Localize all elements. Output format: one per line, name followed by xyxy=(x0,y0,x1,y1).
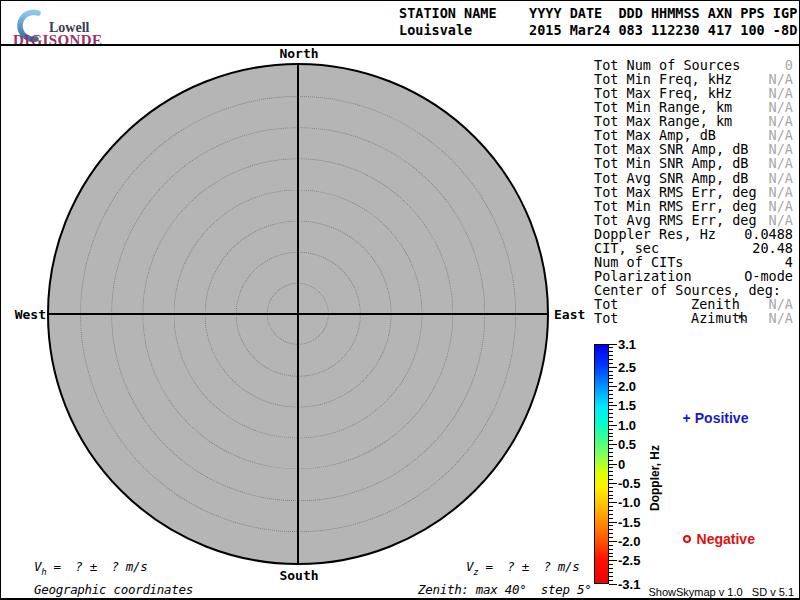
table-row: Tot Max SNR Amp, dBN/A xyxy=(594,142,793,156)
header-column-titles: STATION NAME YYYY DATE DDD HHMMSS AXN PP… xyxy=(399,5,797,21)
label-east: East xyxy=(554,307,585,322)
colorbar-tick xyxy=(609,483,617,484)
table-row: Tot Num of Sources0 xyxy=(594,58,793,72)
stat-label: Tot Num of Sources xyxy=(594,58,740,72)
table-row: Tot Avg SNR Amp, dBN/A xyxy=(594,171,793,185)
colorbar-tick xyxy=(609,417,613,418)
stat-label: Tot Min SNR Amp, dB xyxy=(594,156,748,170)
stat-value: N/A xyxy=(769,213,793,227)
colorbar-tick xyxy=(609,344,617,345)
table-row: Doppler Res, Hz0.0488 xyxy=(594,227,793,241)
table-row: Tot Min Range, kmN/A xyxy=(594,100,793,114)
stat-value: N/A xyxy=(769,114,793,128)
stat-value: N/A xyxy=(769,72,793,86)
colorbar-tick xyxy=(609,553,613,554)
stat-label: Tot Avg SNR Amp, dB xyxy=(594,171,748,185)
colorbar-tick xyxy=(609,584,617,585)
stat-label: Tot Max SNR Amp, dB xyxy=(594,142,748,156)
colorbar-gradient xyxy=(594,344,609,584)
colorbar-tick xyxy=(609,378,613,379)
label-west: West xyxy=(3,307,46,322)
skymap-plot xyxy=(47,63,549,565)
stat-value: N/A xyxy=(769,311,793,325)
stat-value: N/A xyxy=(769,142,793,156)
colorbar-tick xyxy=(609,572,613,573)
colorbar-tick xyxy=(609,436,613,437)
table-row: Tot Min Freq, kHzN/A xyxy=(594,72,793,86)
header-station-values: Louisvale 2015 Mar24 083 112230 417 100 … xyxy=(399,22,797,38)
colorbar-tick xyxy=(609,529,613,530)
colorbar-tick-label: -2.0 xyxy=(618,534,640,549)
stat-label: Tot Max Amp, dB xyxy=(594,128,716,142)
colorbar-tick xyxy=(609,367,617,368)
stat-label: Tot xyxy=(594,311,618,325)
statistics-table: Tot Num of Sources0Tot Min Freq, kHzN/AT… xyxy=(594,58,793,325)
colorbar-tick-label: -1.5 xyxy=(618,515,640,530)
stat-label: Tot Max Range, km xyxy=(594,114,732,128)
table-row: Tot Max RMS Err, degN/A xyxy=(594,185,793,199)
colorbar-tick xyxy=(609,398,613,399)
lowell-digisonde-logo: Lowell DIGISONDE xyxy=(11,5,131,43)
colorbar-tick xyxy=(609,421,613,422)
version-text: ShowSkymap v 1.0 SD v 5.1 xyxy=(648,586,794,598)
colorbar-tick xyxy=(609,382,613,383)
colorbar-tick-label: 2.5 xyxy=(618,360,636,375)
vz-readout: Vz = ? ± ? m/s xyxy=(466,559,580,577)
colorbar-tick-label: 2.0 xyxy=(618,379,636,394)
table-row: CIT, sec20.48 xyxy=(594,241,793,255)
colorbar-tick xyxy=(609,495,613,496)
colorbar-tick xyxy=(609,371,613,372)
table-row: Tot Max Amp, dBN/A xyxy=(594,128,793,142)
stat-label: Tot Max Freq, kHz xyxy=(594,86,732,100)
colorbar-tick-label: -3.1 xyxy=(618,577,640,592)
colorbar-tick xyxy=(609,425,617,426)
legend-negative-label: Negative xyxy=(697,531,755,547)
stat-value: N/A xyxy=(769,128,793,142)
stat-value: N/A xyxy=(769,185,793,199)
stat-label: Tot Avg RMS Err, deg xyxy=(594,213,757,227)
colorbar-tick xyxy=(609,580,613,581)
colorbar-tick xyxy=(609,448,613,449)
colorbar-tick xyxy=(609,533,613,534)
colorbar-tick xyxy=(609,440,613,441)
colorbar-tick xyxy=(609,390,613,391)
stat-value: 4 xyxy=(785,255,793,269)
colorbar-tick xyxy=(609,502,617,503)
stat-label: Tot Max RMS Err, deg xyxy=(594,185,757,199)
colorbar-tick-label: -2.5 xyxy=(618,553,640,568)
crosshair-horizontal xyxy=(49,313,547,315)
stat-label: Center of Sources, deg: xyxy=(594,283,781,297)
stat-label: Tot Min RMS Err, deg xyxy=(594,199,757,213)
stat-value: N/A xyxy=(769,199,793,213)
table-row: Center of Sources, deg: xyxy=(594,283,793,297)
colorbar-axis-title: Doppler, Hz xyxy=(648,445,662,511)
colorbar-tick-label: -0.5 xyxy=(618,476,640,491)
colorbar-tick xyxy=(609,576,613,577)
colorbar-tick xyxy=(609,498,613,499)
stat-label: Tot Min Range, km xyxy=(594,100,732,114)
colorbar-tick xyxy=(609,471,613,472)
colorbar-tick xyxy=(609,541,617,542)
stat-sublabel: Zenith xyxy=(691,297,740,311)
colorbar-tick-label: 0 xyxy=(618,457,625,472)
colorbar-tick xyxy=(609,452,613,453)
stat-value: 0.0488 xyxy=(744,227,793,241)
legend-positive: +Positive xyxy=(667,394,748,442)
colorbar-tick-label: 3.1 xyxy=(618,337,636,352)
vh-readout: Vh = ? ± ? m/s xyxy=(34,559,148,577)
stat-label: Tot xyxy=(594,297,618,311)
table-row: Tot Max Freq, kHzN/A xyxy=(594,86,793,100)
showskymap-window: Lowell DIGISONDE STATION NAME YYYY DATE … xyxy=(0,0,800,600)
colorbar-tick xyxy=(609,537,613,538)
colorbar-tick xyxy=(609,413,613,414)
colorbar-tick xyxy=(609,359,613,360)
stat-value: N/A xyxy=(769,100,793,114)
colorbar-tick xyxy=(609,556,613,557)
colorbar-tick xyxy=(609,487,613,488)
legend-negative: Negative xyxy=(667,515,755,563)
stat-label: CIT, sec xyxy=(594,241,659,255)
colorbar-tick xyxy=(609,560,617,561)
colorbar-tick xyxy=(609,525,613,526)
stat-label: Doppler Res, Hz xyxy=(594,227,716,241)
colorbar-tick xyxy=(609,545,613,546)
